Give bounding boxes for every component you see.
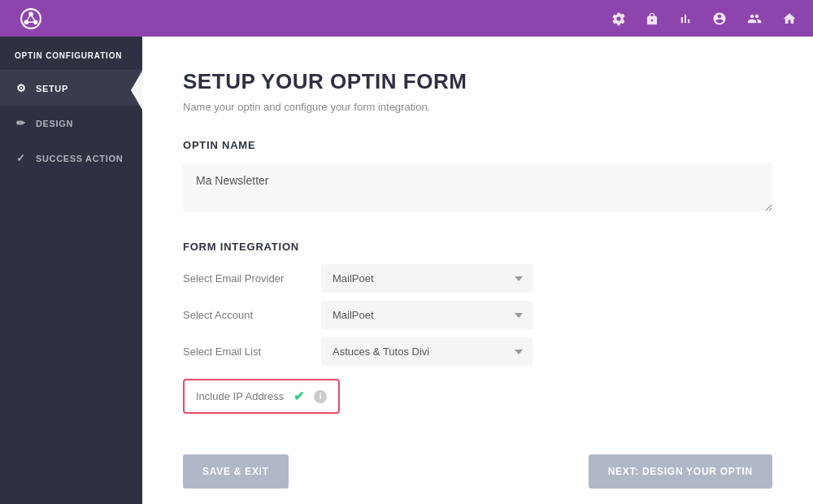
- content-area: Setup Your Optin Form Name your optin an…: [142, 37, 813, 504]
- include-ip-label: Include IP Address: [196, 390, 284, 402]
- lock-icon[interactable]: [646, 11, 659, 26]
- form-integration-label: Form Integration: [183, 241, 772, 253]
- optin-name-input[interactable]: Ma Newsletter: [183, 163, 772, 211]
- svg-line-5: [31, 14, 36, 22]
- page-subtitle: Name your optin and configure your form …: [183, 101, 772, 113]
- account-label: Select Account: [183, 309, 321, 321]
- top-nav-icons: [611, 11, 797, 26]
- form-integration-section: Form Integration Select Email Provider M…: [183, 241, 772, 414]
- ip-checkmark-icon[interactable]: ✔: [293, 389, 304, 404]
- save-exit-button[interactable]: Save & Exit: [183, 454, 289, 489]
- sidebar-title: Optin Configuration: [0, 37, 142, 71]
- top-nav: [0, 0, 813, 37]
- email-provider-label: Select Email Provider: [183, 272, 321, 285]
- email-provider-row: Select Email Provider MailPoet Mailchimp…: [183, 264, 772, 293]
- settings-icon[interactable]: [611, 11, 626, 26]
- sidebar-item-design[interactable]: ✏ Design: [0, 106, 142, 141]
- ip-info-icon[interactable]: i: [314, 390, 327, 403]
- include-ip-row: Include IP Address ✔ i: [183, 379, 340, 414]
- sidebar: Optin Configuration ⚙ Setup ✏ Design ✓ S…: [0, 37, 142, 504]
- gear-icon: ⚙: [15, 82, 28, 94]
- footer-buttons: Save & Exit Next: Design Your Optin: [183, 454, 772, 489]
- email-list-select[interactable]: Astuces & Tutos Divi: [321, 337, 533, 366]
- main-layout: Optin Configuration ⚙ Setup ✏ Design ✓ S…: [0, 37, 813, 504]
- sidebar-item-setup[interactable]: ⚙ Setup: [0, 71, 142, 106]
- account-row: Select Account MailPoet: [183, 301, 772, 329]
- page-title: Setup Your Optin Form: [183, 69, 772, 94]
- email-provider-select[interactable]: MailPoet Mailchimp AWeber ConvertKit: [321, 264, 533, 293]
- home-icon[interactable]: [782, 11, 797, 26]
- sidebar-item-design-label: Design: [36, 119, 73, 128]
- users-icon[interactable]: [746, 11, 763, 26]
- optin-name-label: Optin Name: [183, 139, 772, 151]
- user-circle-icon[interactable]: [712, 11, 727, 26]
- chart-icon[interactable]: [678, 11, 693, 26]
- sidebar-item-success-action[interactable]: ✓ Success Action: [0, 141, 142, 176]
- sidebar-item-setup-label: Setup: [36, 84, 68, 93]
- next-button[interactable]: Next: Design Your Optin: [589, 454, 772, 489]
- check-icon: ✓: [15, 152, 28, 164]
- email-list-label: Select Email List: [183, 345, 321, 358]
- svg-line-4: [26, 14, 31, 22]
- app-logo[interactable]: [16, 4, 46, 33]
- email-list-row: Select Email List Astuces & Tutos Divi: [183, 337, 772, 366]
- design-icon: ✏: [15, 117, 28, 129]
- sidebar-item-success-label: Success Action: [36, 154, 123, 163]
- account-select[interactable]: MailPoet: [321, 301, 533, 329]
